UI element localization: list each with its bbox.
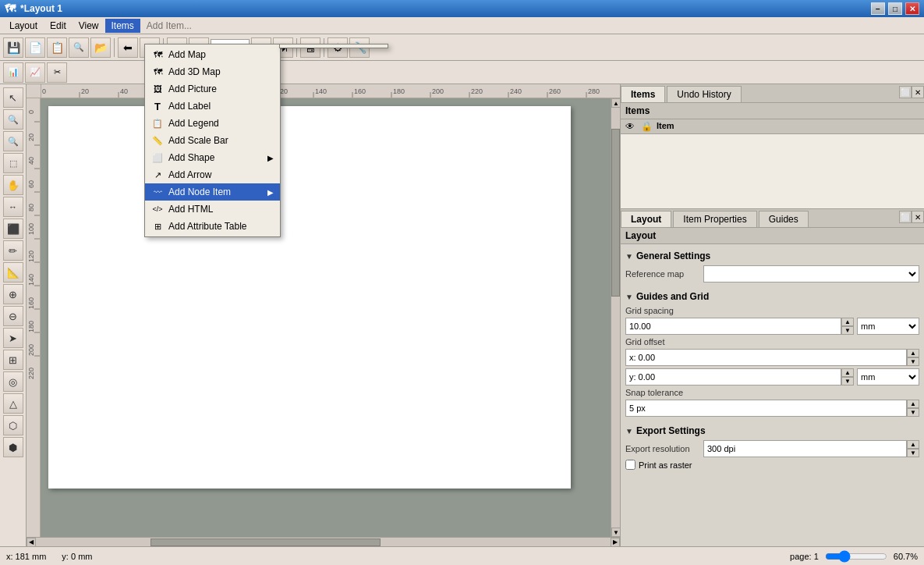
chart-button[interactable]: 📊 [3,62,23,83]
arrow-tool[interactable]: ➤ [3,328,23,348]
scroll-down-arrow[interactable]: ▼ [611,528,620,537]
close-button[interactable]: ✕ [905,2,919,15]
menu-add-label[interactable]: T Add Label [145,98,280,115]
menu-add-shape[interactable]: ⬜ Add Shape ▶ [145,149,280,166]
grid-tool[interactable]: ⊞ [3,350,23,370]
menu-items[interactable]: Items [105,19,140,33]
tab-layout[interactable]: Layout [621,211,671,227]
tab-item-properties[interactable]: Item Properties [673,211,756,227]
menu-add-scalebar[interactable]: 📏 Add Scale Bar [145,132,280,149]
cut-button[interactable]: ✂ [47,62,67,83]
triangle-tool[interactable]: △ [3,393,23,414]
grid-spacing-input[interactable] [625,318,841,335]
grid-offset-y-up[interactable]: ▲ [841,368,854,377]
h-scroll-thumb[interactable] [150,538,381,546]
guides-grid-header[interactable]: ▼ Guides and Grid [625,290,919,304]
tab-undo-history[interactable]: Undo History [667,86,741,102]
scroll-left-arrow[interactable]: ◀ [27,538,36,547]
export-resolution-label: Export resolution [625,444,703,453]
restore-button[interactable]: □ [888,2,902,15]
grid-offset-y-input[interactable] [625,368,841,386]
print-as-raster-checkbox[interactable] [625,460,635,470]
zoom-out-tool[interactable]: 🔍 [3,131,23,151]
snap-tolerance-input[interactable] [625,400,907,417]
export-resolution-up[interactable]: ▲ [907,440,919,449]
ruler-tool[interactable]: 📐 [3,262,23,282]
circle-tool[interactable]: ◎ [3,371,23,392]
reference-map-select[interactable] [703,265,919,282]
title-bar: 🗺 *Layout 1 − □ ✕ [0,0,924,17]
hex2-tool[interactable]: ⬢ [3,437,23,457]
snap-tolerance-up[interactable]: ▲ [907,400,919,408]
duplicate-button[interactable]: 📋 [47,37,67,58]
svg-text:180: 180 [393,87,405,95]
scroll-up-arrow[interactable]: ▲ [611,98,620,108]
menu-add-picture[interactable]: 🖼 Add Picture [145,80,280,98]
canvas[interactable] [41,98,611,537]
open-button[interactable]: 📂 [90,37,111,58]
add-pin-tool[interactable]: ⊕ [3,284,23,304]
select-tool[interactable]: ↖ [3,87,23,108]
add-shape-arrow: ▶ [267,154,274,162]
menu-view[interactable]: View [73,19,105,33]
export-settings-header[interactable]: ▼ Export Settings [625,424,919,438]
move-item-tool[interactable]: ↔ [3,197,23,217]
menu-add-html[interactable]: </> Add HTML [145,201,280,218]
remove-pin-tool[interactable]: ⊖ [3,306,23,326]
zoom-button[interactable]: 🔍 [69,37,89,58]
zoom-in-tool[interactable]: 🔍 [3,109,23,130]
edit-nodes-tool[interactable]: ✏ [3,240,23,261]
new-button[interactable]: 📄 [25,37,45,58]
menu-add-attribute-table[interactable]: ⊞ Add Attribute Table [145,218,280,235]
zoom-slider[interactable] [825,551,887,562]
menu-edit[interactable]: Edit [44,19,73,33]
svg-text:140: 140 [315,87,327,95]
export-resolution-input[interactable] [703,440,907,457]
zoom-extent-tool[interactable]: ⬚ [3,153,23,173]
add-node-icon: 〰 [151,186,164,198]
undo-button[interactable]: ⬅ [118,37,138,58]
svg-text:0: 0 [42,87,46,95]
grid-offset-x-up[interactable]: ▲ [907,349,919,357]
h-scrollbar[interactable]: ◀ ▶ [27,537,620,546]
grid-offset-y-down[interactable]: ▼ [841,377,854,386]
grid-spacing-unit[interactable]: mm cm in px [857,318,919,335]
add-attribute-icon: ⊞ [151,220,164,233]
menu-add-legend[interactable]: 📋 Add Legend [145,115,280,132]
add-chart-button[interactable]: 📈 [25,62,45,83]
guides-grid-label: Guides and Grid [636,291,709,302]
save-button[interactable]: 💾 [3,37,23,58]
add-3d-map-icon: 🗺 [151,66,164,78]
grid-offset-unit[interactable]: mm cm in px [857,368,919,386]
export-resolution-down[interactable]: ▼ [907,449,919,457]
grid-offset-x-input[interactable] [625,349,907,366]
canvas-paper [48,106,571,489]
pan-tool[interactable]: ✋ [3,175,23,195]
expand-items-panel[interactable]: ⬜ [899,86,912,98]
grid-spacing-up[interactable]: ▲ [841,318,854,326]
hex-tool[interactable]: ⬡ [3,415,23,435]
v-scrollbar[interactable]: ▲ ▼ [611,98,620,537]
menu-extra[interactable]: Add Item... [140,19,198,33]
items-panel: Items Undo History ⬜ ✕ Items 👁 🔒 Item [621,84,924,209]
grid-spacing-down[interactable]: ▼ [841,326,854,335]
svg-text:20: 20 [81,87,89,95]
tab-guides[interactable]: Guides [759,211,809,227]
scroll-right-arrow[interactable]: ▶ [611,538,620,547]
menu-layout[interactable]: Layout [3,19,44,33]
menu-add-arrow[interactable]: ↗ Add Arrow [145,166,280,183]
expand-layout-panel[interactable]: ⬜ [899,211,912,223]
tab-items[interactable]: Items [621,86,665,102]
minimize-button[interactable]: − [871,2,885,15]
menu-add-3d-map[interactable]: 🗺 Add 3D Map [145,63,280,80]
grid-offset-x-down[interactable]: ▼ [907,357,919,366]
menu-add-node-item[interactable]: 〰 Add Node Item ▶ [145,183,280,201]
general-settings-header[interactable]: ▼ General Settings [625,249,919,263]
layout-content: ▼ General Settings Reference map [621,244,924,546]
close-layout-panel[interactable]: ✕ [912,211,924,223]
h-scroll-track[interactable] [36,538,611,546]
menu-add-map[interactable]: 🗺 Add Map [145,46,280,63]
close-items-panel[interactable]: ✕ [912,86,924,98]
add-shape-tool[interactable]: ⬛ [3,219,23,239]
snap-tolerance-down[interactable]: ▼ [907,408,919,417]
